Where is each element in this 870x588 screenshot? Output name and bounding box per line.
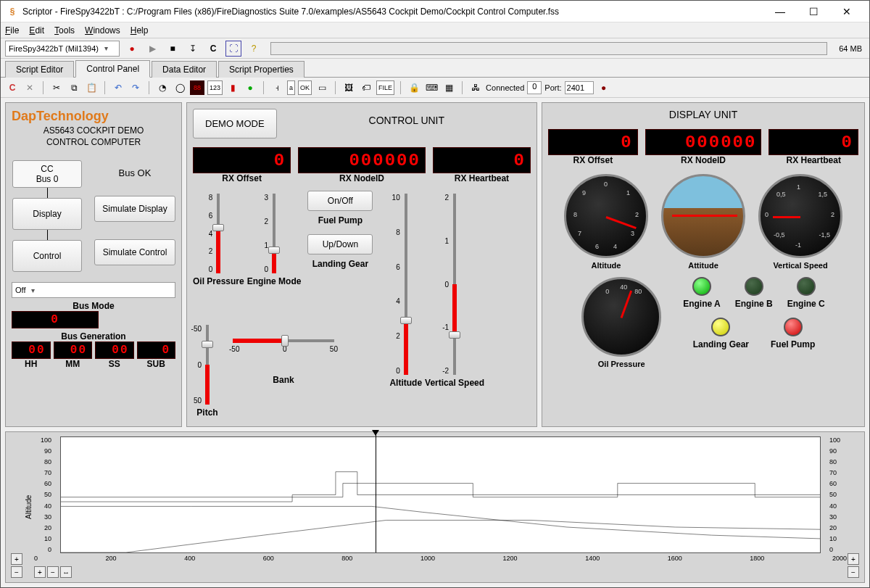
oil-gauge: 0 40 80 [581,277,661,357]
expand-icon[interactable]: ⛶ [225,41,241,57]
slider-widget-icon[interactable]: ▮ [225,80,240,95]
device-combo[interactable]: FireSpy3422bT (Mil1394) [5,41,120,57]
record-icon[interactable]: ● [124,41,140,57]
attitude-gauge-label: Attitude [688,261,718,270]
gauge-widget-icon[interactable]: ◔ [155,80,170,95]
tabstrip: Script Editor Control Panel Data Editor … [1,59,869,78]
control-button[interactable]: Control [12,240,82,272]
engine-c-label: Engine C [787,299,825,309]
led-widget-icon[interactable]: ● [243,80,257,95]
bank-slider[interactable] [233,336,334,345]
zoom-x-out-icon[interactable]: − [47,566,59,578]
mode-combo[interactable]: Off [12,282,175,298]
subtitle-1: AS5643 COCKPIT DEMO [12,125,175,136]
vspeed-slider[interactable]: 210-1-2 [440,191,469,378]
maximize-button[interactable]: ☐ [797,1,830,22]
altitude-slider[interactable]: 1086420 [392,191,420,378]
bus0-label: Bus 0 [13,174,81,184]
chart-plot-area[interactable] [60,436,821,553]
oil-pressure-slider[interactable]: 86420 [204,191,233,276]
undo-icon[interactable]: ↶ [111,80,125,95]
play-icon[interactable]: ▶ [144,41,160,57]
display-button[interactable]: Display [12,198,82,230]
paste-icon[interactable]: 📋 [84,80,99,95]
du-rx-nodeid-label: RX NodeID [645,155,762,165]
ok-widget-icon[interactable]: OK [298,80,312,95]
connect-dot-icon[interactable]: ● [597,80,611,95]
zoom-y2-in-icon[interactable]: + [848,553,859,565]
number-widget-icon[interactable]: 123 [207,80,223,95]
onoff-button[interactable]: On/Off [307,191,373,211]
menu-file[interactable]: File [5,25,19,36]
bus-ok-label: Bus OK [119,167,152,178]
lock-icon[interactable]: 🔒 [407,80,421,95]
tab-data-editor[interactable]: Data Editor [152,61,217,78]
minimize-button[interactable]: — [763,1,797,22]
tag-widget-icon[interactable]: 🏷 [359,80,373,95]
tab-control-panel[interactable]: Control Panel [75,60,150,78]
tab-script-editor[interactable]: Script Editor [5,61,74,78]
dropdown-widget-icon[interactable]: ▭ [315,80,329,95]
zoom-y-out-icon[interactable]: − [11,566,22,578]
step-icon[interactable]: ↧ [185,41,201,57]
close-button[interactable]: ✕ [830,1,863,22]
help-icon[interactable]: ? [246,41,262,57]
network-icon[interactable]: 🖧 [468,80,483,95]
altitude-chart: + − Altitude 1009080706050403020100 1009… [5,431,865,583]
commit-btn-icon[interactable]: C [5,80,20,95]
chart-cursor[interactable] [376,431,376,552]
cu-rx-offset-lcd: 0 [193,147,291,173]
delete-x-icon[interactable]: ✕ [22,80,37,95]
lcd-widget-icon[interactable]: 88 [190,80,204,95]
panel-display-unit: DISPLAY UNIT 0RX Offset 000000RX NodeID … [542,102,865,427]
chart-xticks: 0200400600800100012001400160018002000 [34,553,847,566]
stop-icon[interactable]: ■ [165,41,181,57]
du-rx-hb-label: RX Heartbeat [768,155,858,165]
menu-edit[interactable]: Edit [29,25,44,36]
demo-mode-button[interactable]: DEMO MODE [193,109,277,138]
cu-rx-nodeid-lcd: 000000 [298,147,426,173]
file-widget-icon[interactable]: FILE [376,80,394,95]
pan-icon[interactable]: ↔ [60,566,72,578]
commit-c-icon[interactable]: C [205,41,221,57]
mm-lcd: 00 [54,341,93,359]
ss-label: SS [95,359,134,369]
hh-lcd: 00 [12,341,51,359]
zoom-y2-out-icon[interactable]: − [848,566,859,578]
zoom-y-in-icon[interactable]: + [11,553,22,565]
engine-b-label: Engine B [735,299,773,309]
display-unit-title: DISPLAY UNIT [548,109,858,120]
oil-gauge-label: Oil Pressure [598,360,645,368]
pitch-slider[interactable]: -50050 [193,322,222,407]
port-input[interactable] [565,81,594,94]
cut-icon[interactable]: ✂ [49,80,64,95]
grid-icon[interactable]: ▦ [442,80,456,95]
window-title: Scriptor - FireSpy3422bT : C:/Program Fi… [22,7,763,17]
image-widget-icon[interactable]: 🖼 [341,80,356,95]
du-rx-offset-lcd: 0 [548,129,638,155]
simulate-display-button[interactable]: Simulate Display [94,196,175,222]
dial-widget-icon[interactable]: ◯ [173,80,187,95]
fuel-pump-label: Fuel Pump [318,215,362,225]
cc-bus-button[interactable]: CC Bus 0 [12,160,82,188]
menu-tools[interactable]: Tools [54,25,75,36]
updown-button[interactable]: Up/Down [307,234,373,254]
engine-a-led [692,277,711,296]
sub-lcd: 0 [137,341,176,359]
menu-windows[interactable]: Windows [85,25,120,36]
bank-label: Bank [273,375,294,385]
zoom-x-in-icon[interactable]: + [34,566,46,578]
engine-mode-slider[interactable]: 3210 [260,191,289,276]
copy-icon[interactable]: ⧉ [67,80,81,95]
subtitle-2: CONTROL COMPUTER [12,137,175,147]
menu-help[interactable]: Help [130,25,149,36]
redo-icon[interactable]: ↷ [128,80,143,95]
chart-ylabel: Altitude [23,436,34,578]
align-icon[interactable]: ⫞ [270,80,284,95]
tab-script-properties[interactable]: Script Properties [218,61,304,78]
text-widget-icon[interactable]: a [287,80,295,95]
simulate-control-button[interactable]: Simulate Control [94,239,175,265]
engine-c-led [797,277,816,296]
keyboard-icon[interactable]: ⌨ [424,80,439,95]
titlebar: § Scriptor - FireSpy3422bT : C:/Program … [1,1,869,22]
